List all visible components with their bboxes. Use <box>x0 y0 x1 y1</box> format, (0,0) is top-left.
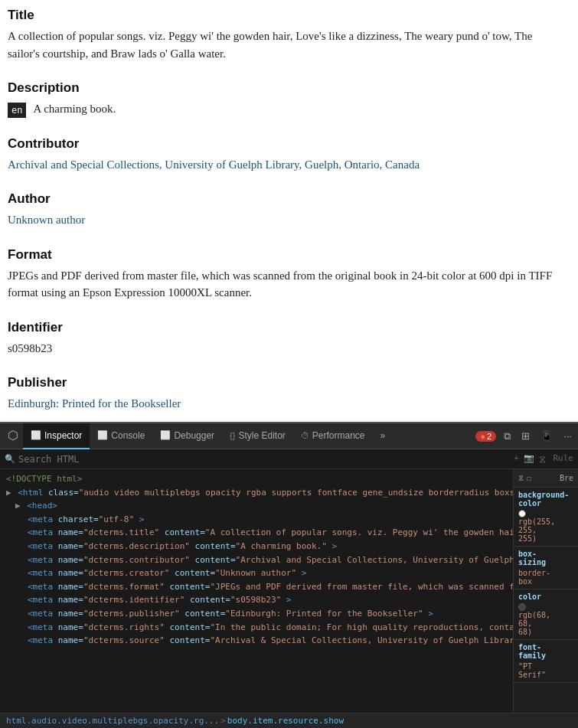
search-html-input[interactable] <box>18 454 514 465</box>
publisher-link[interactable]: Edinburgh: Printed for the Bookseller <box>8 397 181 410</box>
console-icon: ⬜ <box>97 430 108 440</box>
more-tabs-icon: » <box>380 430 386 441</box>
author-link[interactable]: Unknown author <box>8 214 85 226</box>
html-doctype-line: <!DOCTYPE html> <box>0 472 513 486</box>
doctype-text: <!DOCTYPE html> <box>6 474 82 484</box>
styles-panel: ⧖ ☐ Bre background-color rgb(255,255,255… <box>513 469 578 713</box>
section-format: Format JPEGs and PDF derived from master… <box>8 247 563 302</box>
section-label-description: Description <box>8 80 563 96</box>
html-root-line[interactable]: ▶ <html class="audio video multiplebgs o… <box>0 486 513 500</box>
contributor-link[interactable]: Archival and Special Collections, Univer… <box>8 158 420 171</box>
section-body-identifier: s0598b23 <box>8 340 563 357</box>
color-value: rgb(68,68,68) <box>518 611 573 636</box>
tab-inspector-label: Inspector <box>44 430 82 441</box>
tab-style-editor-label: Style Editor <box>238 430 285 441</box>
meta-publisher-line: <meta name="dcterms.publisher" content="… <box>0 607 513 621</box>
meta-source-line: <meta name="dcterms.source" content="Arc… <box>0 634 513 648</box>
tab-console[interactable]: ⬜ Console <box>90 423 152 449</box>
meta-format-line: <meta name="dcterms.format" content="JPE… <box>0 580 513 594</box>
section-label-identifier: Identifier <box>8 320 563 335</box>
tab-debugger[interactable]: ⬜ Debugger <box>152 423 222 449</box>
section-body-format: JPEGs and PDF derived from master file, … <box>8 267 563 302</box>
color-label: color <box>518 593 573 601</box>
devtools-breadcrumb-bar: html.audio.video.multiplebgs.opacity.rg.… <box>0 713 578 728</box>
filter-icon[interactable]: ⧖ <box>539 453 546 465</box>
checkbox-icon[interactable]: ☐ <box>527 474 531 482</box>
section-identifier: Identifier s0598b23 <box>8 320 563 357</box>
devtools-search-bar: 🔍 + 📷 ⧖ Rule <box>0 449 578 469</box>
meta-title-line: <meta name="dcterms.title" content="A co… <box>0 526 513 540</box>
head-line[interactable]: ▶ <head> <box>0 499 513 513</box>
layout-icon-1[interactable]: ⧉ <box>501 429 514 444</box>
section-label-author: Author <box>8 191 563 207</box>
breadcrumb-active[interactable]: body.item.resource.show <box>227 716 344 726</box>
section-body-author: Unknown author <box>8 211 563 229</box>
head-arrow[interactable]: ▶ <box>15 501 21 511</box>
section-body-publisher: Edinburgh: Printed for the Bookseller <box>8 395 563 413</box>
section-label-contributor: Contributor <box>8 136 563 152</box>
bg-color-swatch[interactable] <box>518 510 526 517</box>
layout-icon-2[interactable]: ⊞ <box>518 429 533 443</box>
meta-contributor-line: <meta name="dcterms.contributor" content… <box>0 553 513 567</box>
section-body-title: A collection of popular songs. viz. Pegg… <box>8 28 563 62</box>
debugger-icon: ⬜ <box>160 430 171 440</box>
section-description: Description en A charming book. <box>8 80 563 118</box>
tab-style-editor[interactable]: {} Style Editor <box>222 423 293 449</box>
more-options-icon[interactable]: ··· <box>560 429 575 443</box>
content-area[interactable]: Title A collection of popular songs. viz… <box>0 0 578 422</box>
breadcrumb-root[interactable]: html.audio.video.multiplebgs.opacity.rg.… <box>6 716 219 726</box>
meta-identifier-line: <meta name="dcterms.identifier" content=… <box>0 593 513 607</box>
screenshot-icon[interactable]: 📷 <box>524 453 534 465</box>
meta-charset-line: <meta charset="utf-8" > <box>0 513 513 527</box>
font-family-value: "PTSerif" <box>518 662 573 679</box>
devtools-toolbar: ⬡ ⬜ Inspector ⬜ Console ⬜ Debugger {} St… <box>0 423 578 449</box>
meta-desc-line: <meta name="dcterms.description" content… <box>0 540 513 553</box>
performance-icon: ⏱ <box>301 431 309 440</box>
font-family-label: font-family <box>518 643 573 660</box>
section-label-publisher: Publisher <box>8 375 563 390</box>
section-label-format: Format <box>8 247 563 263</box>
bg-color-label: background-color <box>518 491 573 508</box>
lang-badge: en <box>8 103 26 118</box>
tab-cursor[interactable]: ⬡ <box>3 423 23 449</box>
style-box-sizing: box-sizing border-box <box>514 547 578 589</box>
rule-label: Rule <box>554 453 574 465</box>
search-actions: + 📷 ⧖ Rule <box>514 453 573 465</box>
error-count-badge: ●2 <box>475 431 496 442</box>
section-contributor: Contributor Archival and Special Collect… <box>8 136 563 174</box>
responsive-icon[interactable]: 📱 <box>537 429 556 443</box>
add-node-icon[interactable]: + <box>514 453 519 465</box>
tab-inspector[interactable]: ⬜ Inspector <box>23 423 90 449</box>
section-label-title: Title <box>8 8 563 23</box>
filter-icon[interactable]: ⧖ <box>518 474 524 483</box>
style-background-color: background-color rgb(255,255,255) <box>514 488 578 547</box>
search-icon: 🔍 <box>5 454 15 464</box>
meta-creator-line: <meta name="dcterms.creator" content="Un… <box>0 566 513 580</box>
style-font-family: font-family "PTSerif" <box>514 640 578 683</box>
box-sizing-label: box-sizing <box>518 550 573 566</box>
tab-performance[interactable]: ⏱ Performance <box>293 423 373 449</box>
devtools-toolbar-right: ●2 ⧉ ⊞ 📱 ··· <box>475 429 575 444</box>
color-swatch[interactable] <box>518 603 526 611</box>
section-author: Author Unknown author <box>8 191 563 229</box>
section-body-contributor: Archival and Special Collections, Univer… <box>8 156 563 174</box>
root-arrow[interactable]: ▶ <box>6 488 11 498</box>
tab-debugger-label: Debugger <box>174 430 214 441</box>
section-body-description: en A charming book. <box>8 100 563 118</box>
bg-color-value: rgb(255,255,255) <box>518 517 573 543</box>
tab-more[interactable]: » <box>373 423 393 449</box>
box-sizing-value: border-box <box>518 569 573 586</box>
html-panel[interactable]: <!DOCTYPE html> ▶ <html class="audio vid… <box>0 469 513 713</box>
devtools-body: <!DOCTYPE html> ▶ <html class="audio vid… <box>0 469 578 713</box>
section-publisher: Publisher Edinburgh: Printed for the Boo… <box>8 375 563 413</box>
bre-label: Bre <box>560 474 573 482</box>
style-editor-icon: {} <box>230 431 235 440</box>
style-color: color rgb(68,68,68) <box>514 589 578 640</box>
tab-performance-label: Performance <box>312 430 365 441</box>
devtools-panel: ⬡ ⬜ Inspector ⬜ Console ⬜ Debugger {} St… <box>0 422 578 728</box>
description-text: A charming book. <box>33 103 116 115</box>
breadcrumb-sep: > <box>220 716 226 726</box>
inspector-icon: ⬜ <box>31 430 41 440</box>
styles-panel-header: ⧖ ☐ Bre <box>514 469 578 488</box>
section-title: Title A collection of popular songs. viz… <box>8 8 563 62</box>
